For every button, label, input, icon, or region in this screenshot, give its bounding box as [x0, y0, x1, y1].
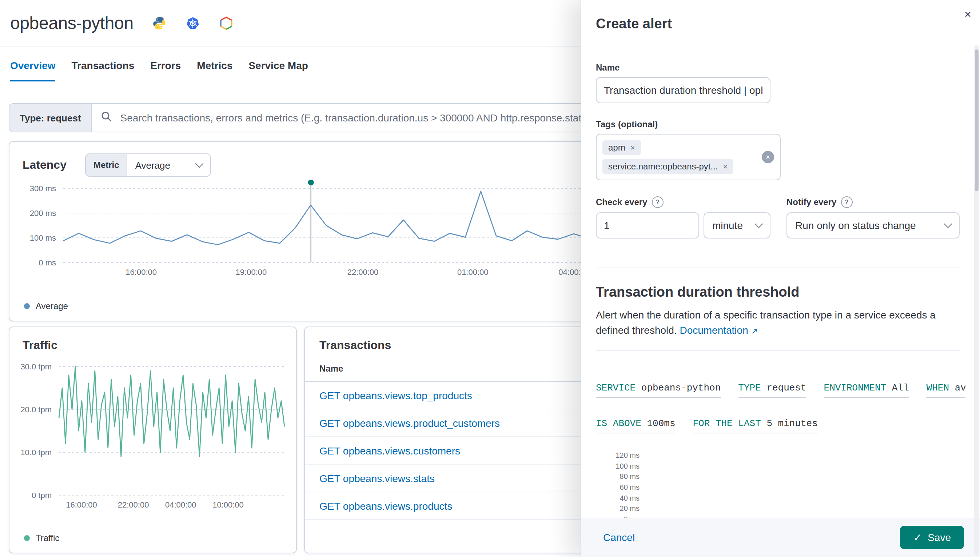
- transaction-link[interactable]: GET opbeans.views.customers: [320, 445, 460, 456]
- traffic-legend: Traffic: [24, 533, 59, 543]
- remove-tag-icon[interactable]: ×: [723, 162, 728, 171]
- remove-tag-icon[interactable]: ×: [630, 143, 635, 152]
- gcp-icon: [219, 16, 234, 30]
- tags-field: Tags (optional) apm × service.name:opbea…: [596, 119, 965, 180]
- tab-errors[interactable]: Errors: [150, 60, 181, 71]
- expression-row-2: IS ABOVE 100ms FOR THE LAST 5 minutes: [596, 418, 965, 433]
- apm-service-overview: opbeans-python: [0, 0, 980, 557]
- expression-value: avg: [955, 383, 965, 393]
- legend-label: Traffic: [36, 533, 59, 543]
- tag-pill-service-name[interactable]: service.name:opbeans-pyt... ×: [602, 159, 733, 174]
- python-icon: [152, 16, 167, 30]
- traffic-panel: Traffic 30.0 tpm20.0 tpm10.0 tpm0 tpm 16…: [9, 326, 297, 553]
- expression-row-1: SERVICE opbeans-python TYPE request ENVI…: [596, 383, 965, 398]
- expression-value: opbeans-python: [641, 383, 721, 393]
- flyout-footer: Cancel ✓ Save: [581, 518, 980, 557]
- page-scrollbar: [974, 45, 979, 555]
- select-value: Run only on status change: [795, 220, 916, 231]
- alert-name-input[interactable]: [596, 77, 770, 103]
- tags-label: Tags (optional): [596, 119, 965, 129]
- expression-value: 5 minutes: [766, 418, 817, 429]
- expression-keyword: TYPE: [738, 383, 761, 393]
- frequency-row: Check every ? minute Notify every ?: [596, 196, 965, 238]
- tab-transactions[interactable]: Transactions: [72, 60, 135, 71]
- notify-every-group: Notify every ? Run only on status change: [786, 196, 960, 238]
- legend-dot: [24, 535, 30, 541]
- scrollbar-thumb[interactable]: [975, 49, 978, 191]
- tab-overview[interactable]: Overview: [10, 60, 55, 71]
- transaction-link[interactable]: GET opbeans.views.products: [320, 500, 452, 511]
- chevron-down-icon: [195, 160, 203, 168]
- traffic-y-axis: 30.0 tpm20.0 tpm10.0 tpm0 tpm: [14, 366, 59, 495]
- transaction-link[interactable]: GET opbeans.views.top_products: [320, 389, 472, 401]
- check-every-group: Check every ? minute: [596, 196, 770, 238]
- documentation-link[interactable]: Documentation: [680, 324, 748, 336]
- help-icon[interactable]: ?: [652, 196, 663, 208]
- preview-y-axis: 120 ms100 ms80 ms60 ms40 ms20 ms0 ms: [596, 455, 644, 519]
- expression-environment[interactable]: ENVIRONMENT All: [824, 383, 909, 398]
- expression-value: 100ms: [647, 418, 675, 429]
- expression-keyword: FOR THE LAST: [693, 418, 761, 429]
- check-every-label: Check every: [596, 197, 647, 207]
- expression-value: request: [766, 383, 806, 393]
- tag-label: service.name:opbeans-pyt...: [608, 161, 718, 172]
- check-every-unit-select[interactable]: minute: [704, 212, 770, 238]
- latency-y-axis: 300 ms200 ms100 ms0 ms: [18, 188, 63, 262]
- description-text: Alert when the duration of a specific tr…: [596, 309, 936, 336]
- kubernetes-icon: [186, 16, 201, 30]
- save-button[interactable]: ✓ Save: [900, 526, 964, 549]
- transaction-link[interactable]: GET opbeans.views.product_customers: [320, 417, 500, 429]
- alert-name-field: Name: [596, 62, 965, 103]
- select-value: minute: [712, 220, 743, 231]
- cancel-button[interactable]: Cancel: [603, 531, 635, 543]
- notify-every-select[interactable]: Run only on status change: [786, 212, 960, 238]
- metric-control: Metric Average: [85, 153, 211, 177]
- divider: [596, 267, 960, 268]
- check-every-input[interactable]: [596, 212, 699, 238]
- close-icon[interactable]: ×: [964, 9, 971, 20]
- tag-pill-apm[interactable]: apm ×: [602, 140, 641, 155]
- traffic-chart: 30.0 tpm20.0 tpm10.0 tpm0 tpm 16:00:0022…: [14, 366, 284, 511]
- metric-select-value: Average: [135, 160, 170, 171]
- expression-keyword: ENVIRONMENT: [824, 383, 887, 393]
- traffic-title: Traffic: [23, 339, 57, 352]
- divider: [596, 350, 960, 350]
- latency-legend: Average: [24, 301, 68, 311]
- clear-tags-icon[interactable]: ×: [762, 151, 774, 163]
- chevron-down-icon: [944, 220, 952, 228]
- tag-label: apm: [608, 143, 625, 153]
- expression-keyword: SERVICE: [596, 383, 636, 393]
- expression-type[interactable]: TYPE request: [738, 383, 806, 398]
- chevron-down-icon: [755, 220, 763, 228]
- tab-service-map[interactable]: Service Map: [248, 60, 308, 71]
- tab-bar: Overview Transactions Errors Metrics Ser…: [0, 47, 318, 84]
- save-button-label: Save: [928, 531, 951, 543]
- tags-combobox[interactable]: apm × service.name:opbeans-pyt... × ×: [596, 134, 781, 180]
- transaction-link[interactable]: GET opbeans.views.stats: [320, 472, 435, 484]
- alert-type-title: Transaction duration threshold: [596, 284, 965, 300]
- expression-when[interactable]: WHEN avg: [926, 383, 965, 398]
- expression-service[interactable]: SERVICE opbeans-python: [596, 383, 721, 398]
- legend-label: Average: [36, 301, 68, 311]
- latency-title: Latency: [23, 158, 67, 172]
- tab-metrics[interactable]: Metrics: [197, 60, 232, 71]
- metric-label: Metric: [86, 154, 127, 176]
- external-link-icon: ↗: [751, 326, 758, 335]
- expression-for-the-last[interactable]: FOR THE LAST 5 minutes: [693, 418, 818, 433]
- expression-keyword: IS ABOVE: [596, 418, 641, 429]
- type-filter-chip[interactable]: Type: request: [10, 104, 92, 132]
- expression-value: All: [892, 383, 909, 393]
- traffic-plot: [59, 366, 284, 495]
- expression-is-above[interactable]: IS ABOVE 100ms: [596, 418, 675, 433]
- search-icon: [101, 111, 113, 125]
- legend-dot: [24, 303, 30, 309]
- expression-keyword: WHEN: [926, 383, 949, 393]
- check-icon: ✓: [913, 531, 922, 543]
- metric-select[interactable]: Average: [127, 154, 210, 176]
- help-icon[interactable]: ?: [841, 196, 852, 208]
- notify-every-label: Notify every: [786, 197, 837, 207]
- create-alert-flyout: × Create alert Name Tags (optional) apm …: [580, 0, 980, 557]
- threshold-preview-chart: 120 ms100 ms80 ms60 ms40 ms20 ms0 ms: [596, 455, 644, 526]
- alert-type-description: Alert when the duration of a specific tr…: [596, 308, 961, 338]
- traffic-x-axis: 16:00:0022:00:0004:00:0010:00:00: [59, 495, 284, 511]
